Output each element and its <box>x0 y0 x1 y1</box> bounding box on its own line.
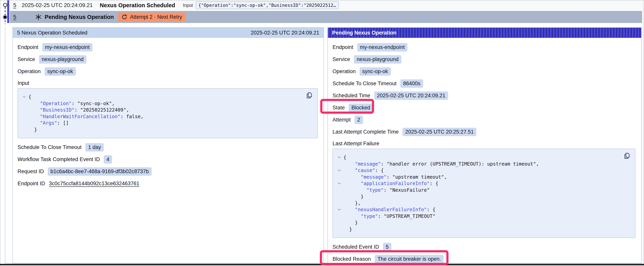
json-line: } <box>335 193 630 200</box>
json-text: "Args": [] <box>28 120 69 126</box>
json-text: "cause": { <box>344 167 384 174</box>
field-value-badge: 5 <box>383 243 392 251</box>
field-label: Last Attempt Complete Time <box>332 129 398 135</box>
json-line: { <box>335 154 630 161</box>
json-text: "type": "UPSTREAM_TIMEOUT" <box>344 213 436 220</box>
event-id-link[interactable]: 5 <box>13 2 16 9</box>
field-value-badge: The circuit breaker is open. <box>375 255 444 263</box>
input-label: Input <box>183 3 193 8</box>
field-label: Schedule To Close Timeout <box>18 144 82 150</box>
json-gutter <box>20 120 28 126</box>
scrollbar-gutter[interactable] <box>642 1 644 265</box>
json-text: { <box>28 94 32 100</box>
json-text: "nexusHandlerFailureInfo": { <box>344 206 436 213</box>
input-section-label: Input <box>18 79 318 87</box>
field-value-badge: nexus-playground <box>39 55 86 64</box>
scheduled-card-header: 5 Nexus Operation Scheduled 2025-02-25 U… <box>13 28 324 38</box>
field-row-blocked-reason: Blocked ReasonThe circuit breaker is ope… <box>332 255 636 263</box>
field-row-scheduled-event-id: Scheduled Event ID5 <box>332 242 636 251</box>
event-title: Nexus Operation Scheduled <box>100 2 175 9</box>
json-line: }, <box>335 200 630 206</box>
field-label: Attempt <box>332 117 351 123</box>
json-gutter <box>20 100 28 107</box>
field-value-badge: nexus-playground <box>354 55 401 64</box>
copy-icon <box>306 92 313 99</box>
json-text: "message": "upstream timeout", <box>344 174 447 180</box>
json-line: "cause": { <box>335 167 630 174</box>
field-label: State <box>332 105 345 111</box>
field-label: Service <box>332 56 350 62</box>
retry-icon <box>122 14 127 20</box>
field-value-badge: sync-op-ok <box>45 67 76 76</box>
json-text: } <box>344 219 358 226</box>
field-value-badge: 2025-02-25 UTC 20:25:27.51 <box>402 128 476 136</box>
field-row-endpoint: Endpointmy-nexus-endpoint <box>18 43 318 52</box>
field-value-badge: my-nexus-endpoint <box>42 43 92 52</box>
field-row-service: Servicenexus-playground <box>332 55 636 64</box>
json-gutter <box>335 200 344 206</box>
chevron-down-icon[interactable] <box>335 180 344 187</box>
json-text: } <box>28 126 37 133</box>
field-row-endpoint: Endpointmy-nexus-endpoint <box>332 43 636 52</box>
json-text: "applicationFailureInfo": { <box>344 180 438 187</box>
event-row-pending-nexus-operation[interactable]: 5 Pending Nexus Operation Attempt 2 · Ne… <box>10 11 643 23</box>
json-line: } <box>20 126 313 133</box>
field-row-scheduled-time: Scheduled Time2025-02-25 UTC 20:24:09.21 <box>332 91 636 100</box>
json-text: "BusinessID": "20250225122409", <box>28 107 129 113</box>
window-bottom-edge <box>0 264 644 265</box>
field-value-badge: 1 day <box>85 143 104 152</box>
pending-title: Pending Nexus Operation <box>45 14 114 20</box>
field-value-link[interactable]: 3c0c75ccfa8144b092c13ce632463761 <box>49 181 139 187</box>
field-label: Service <box>18 56 35 62</box>
chevron-down-icon[interactable] <box>335 167 344 174</box>
chevron-down-icon[interactable] <box>335 154 344 161</box>
event-id-link[interactable]: 5 <box>13 14 16 20</box>
json-gutter <box>335 193 344 200</box>
last-attempt-failure-label: Last Attempt Failure <box>332 140 636 147</box>
json-line: } <box>335 219 630 226</box>
event-group-indicator-bar <box>7 1 9 23</box>
field-row-operation: Operationsync-op-ok <box>332 67 636 76</box>
field-row-service: Servicenexus-playground <box>18 55 318 64</box>
field-row-workflow-task-completed-event-id: Workflow Task Completed Event ID4 <box>18 155 318 164</box>
field-row-schedule-to-close-timeout: Schedule To Close Timeout86400s <box>332 79 636 88</box>
json-line: "Args": [] <box>20 120 313 126</box>
json-line: "Operation": "sync-op-ok", <box>20 100 313 107</box>
json-gutter <box>335 187 344 193</box>
event-row-nexus-operation-scheduled[interactable]: 5 2025-02-25 UTC 20:24:09.21 Nexus Opera… <box>10 1 643 10</box>
copy-button[interactable] <box>623 152 631 160</box>
field-row-request-id: Request IDb1c6a4bc-8ee7-468a-9169-df3b02… <box>18 167 318 176</box>
json-gutter <box>335 219 344 226</box>
field-label: Endpoint <box>332 44 354 50</box>
attempt-retry-badge: Attempt 2 · Next Retry <box>118 13 185 22</box>
field-value-badge: 2025-02-25 UTC 20:24:09.21 <box>374 92 448 100</box>
chevron-down-icon[interactable] <box>335 206 344 213</box>
json-line: { <box>20 94 313 100</box>
field-value-badge: 86400s <box>400 79 423 88</box>
attempt-retry-label: Attempt 2 · Next Retry <box>130 14 182 20</box>
field-value-badge: 2 <box>354 116 363 124</box>
json-gutter <box>20 113 28 120</box>
field-value-badge: Blocked <box>349 104 373 112</box>
scheduled-card-time: 2025-02-25 UTC 20:24:09.21 <box>251 30 319 36</box>
json-gutter <box>335 174 344 180</box>
field-label: Blocked Reason <box>332 256 371 262</box>
json-line: } <box>335 226 630 233</box>
field-row-schedule-to-close-timeout: Schedule To Close Timeout1 day <box>18 143 318 152</box>
json-gutter <box>335 161 344 167</box>
json-line: "applicationFailureInfo": { <box>335 180 630 187</box>
field-label: Workflow Task Completed Event ID <box>18 156 100 162</box>
field-label: Scheduled Event ID <box>332 244 379 250</box>
field-row-operation: Operationsync-op-ok <box>18 67 318 76</box>
pending-card-header: Pending Nexus Operation <box>328 28 641 38</box>
json-line: "type": "NexusFailure" <box>335 187 630 193</box>
chevron-down-icon[interactable] <box>20 94 28 100</box>
json-text: "HandlerWaitForCancellation": false, <box>28 113 144 120</box>
field-value-badge: 4 <box>104 155 112 164</box>
copy-button[interactable] <box>305 92 313 99</box>
input-preview-badge: {"Operation":"sync-op-ok","BusinessID":"… <box>196 1 339 9</box>
field-label: Endpoint ID <box>18 181 45 187</box>
json-line: "message": "handler error (UPSTREAM_TIME… <box>335 161 630 167</box>
input-json-block: { "Operation": "sync-op-ok", "BusinessID… <box>18 88 318 138</box>
field-label: Request ID <box>18 168 44 174</box>
